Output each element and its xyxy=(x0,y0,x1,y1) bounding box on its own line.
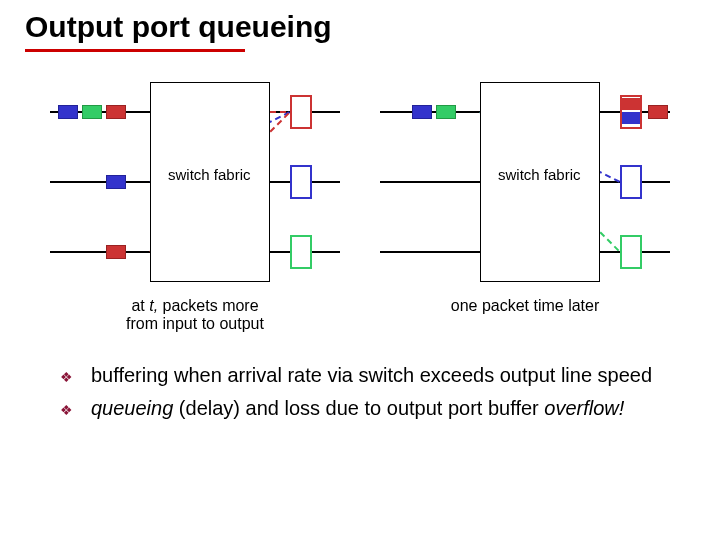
bullet-item-2: ❖ queueing (delay) and loss due to outpu… xyxy=(60,396,670,421)
packet-blue xyxy=(58,105,78,119)
output-port-3 xyxy=(290,235,312,269)
diagram-left: switch fabric xyxy=(50,82,340,282)
caption-row: at t, packets morefrom input to output o… xyxy=(20,297,700,333)
packet-red-out xyxy=(648,105,668,119)
title-underline xyxy=(25,49,245,52)
packet-green xyxy=(82,105,102,119)
bullet-item-1: ❖ buffering when arrival rate via switch… xyxy=(60,363,670,388)
output-port-2 xyxy=(620,165,642,199)
caption-left: at t, packets morefrom input to output xyxy=(65,297,325,333)
page-title: Output port queueing xyxy=(25,10,700,44)
bullet-text: queueing (delay) and loss due to output … xyxy=(91,396,624,421)
packet-red xyxy=(106,105,126,119)
packet-green xyxy=(436,105,456,119)
queued-packet-blue xyxy=(622,112,640,124)
output-port-2 xyxy=(290,165,312,199)
fabric-label-right: switch fabric xyxy=(498,167,581,184)
diagram-row: switch fabric switch fabric xyxy=(20,82,700,282)
fabric-label-left: switch fabric xyxy=(168,167,251,184)
bullet-marker-icon: ❖ xyxy=(60,402,73,420)
output-port-1 xyxy=(290,95,312,129)
diagram-right: switch fabric xyxy=(380,82,670,282)
packet-red xyxy=(106,245,126,259)
bullet-marker-icon: ❖ xyxy=(60,369,73,387)
queued-packet-red xyxy=(622,98,640,110)
caption-right: one packet time later xyxy=(395,297,655,333)
bullet-text: buffering when arrival rate via switch e… xyxy=(91,363,652,388)
packet-blue xyxy=(412,105,432,119)
packet-blue xyxy=(106,175,126,189)
output-port-3 xyxy=(620,235,642,269)
bullet-list: ❖ buffering when arrival rate via switch… xyxy=(20,363,700,421)
